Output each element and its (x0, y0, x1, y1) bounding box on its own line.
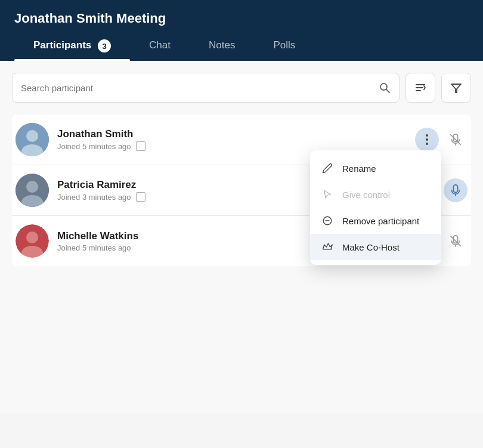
search-row (12, 73, 471, 103)
avatar (16, 174, 49, 207)
svg-point-17 (26, 231, 38, 243)
avatar (16, 224, 49, 258)
search-container (12, 73, 400, 103)
table-row: Jonathan Smith Joined 5 minutes ago (12, 115, 471, 165)
menu-item-give-control: Give control (310, 181, 441, 208)
unmute-button[interactable] (444, 178, 467, 202)
sort-button[interactable] (405, 73, 435, 103)
tab-notes[interactable]: Notes (190, 32, 254, 61)
tab-chat[interactable]: Chat (130, 32, 190, 61)
search-icon (379, 82, 391, 94)
remove-label: Remove participant (342, 216, 419, 226)
avatar (16, 123, 49, 156)
crown-icon (322, 242, 334, 252)
participant-status-text: Joined 5 minutes ago (57, 142, 131, 151)
menu-item-remove[interactable]: Remove participant (310, 208, 441, 234)
more-options-button[interactable] (415, 128, 439, 152)
checkbox-icon[interactable] (136, 141, 145, 151)
svg-point-6 (26, 130, 38, 142)
filter-button[interactable] (441, 73, 471, 103)
app-container: Jonathan Smith Meeting Participants 3 Ch… (0, 0, 483, 413)
meeting-title: Jonathan Smith Meeting (14, 0, 469, 26)
participant-status-text: Joined 3 minutes ago (57, 193, 131, 202)
mute-button[interactable] (444, 229, 467, 253)
menu-item-rename[interactable]: Rename (310, 155, 441, 181)
participant-name: Jonathan Smith (57, 128, 415, 140)
rename-label: Rename (342, 163, 376, 174)
minus-circle-icon (322, 215, 334, 226)
make-cohost-label: Make Co-Host (342, 242, 400, 252)
give-control-label: Give control (342, 190, 390, 200)
header: Jonathan Smith Meeting Participants 3 Ch… (0, 0, 483, 61)
svg-point-13 (26, 181, 38, 193)
tab-polls[interactable]: Polls (254, 32, 314, 61)
tab-participants[interactable]: Participants 3 (14, 32, 130, 61)
search-input[interactable] (21, 83, 379, 93)
participant-status-text: Joined 5 minutes ago (57, 243, 131, 252)
participants-badge: 3 (98, 39, 111, 52)
tabs-bar: Participants 3 Chat Notes Polls (14, 32, 469, 61)
svg-point-0 (380, 84, 387, 90)
mute-button[interactable] (444, 128, 467, 152)
cursor-icon (322, 189, 334, 200)
menu-item-make-cohost[interactable]: Make Co-Host (310, 234, 441, 260)
participant-list: Jonathan Smith Joined 5 minutes ago (12, 115, 471, 266)
context-menu: Rename Give control (310, 150, 441, 265)
svg-line-1 (386, 89, 389, 92)
checkbox-icon[interactable] (136, 192, 145, 202)
pencil-icon (322, 163, 334, 174)
content-area: Jonathan Smith Joined 5 minutes ago (0, 61, 483, 413)
